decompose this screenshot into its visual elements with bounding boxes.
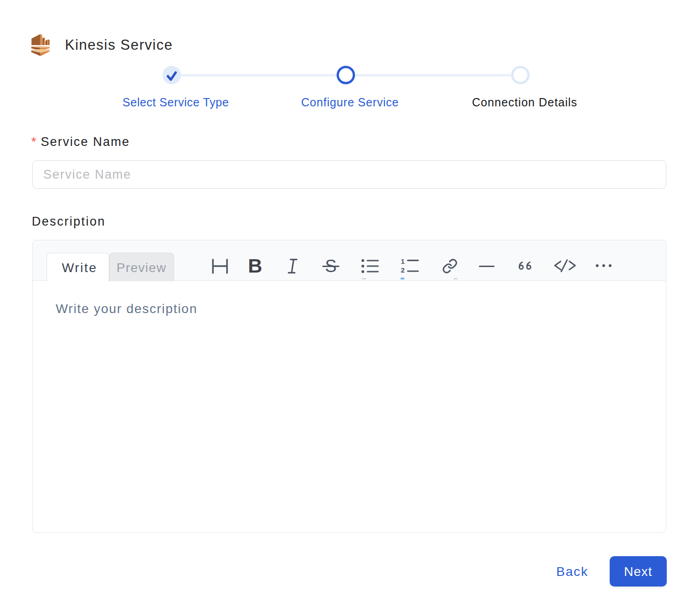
svg-text:1: 1 bbox=[401, 257, 405, 265]
svg-text:2: 2 bbox=[401, 266, 405, 274]
